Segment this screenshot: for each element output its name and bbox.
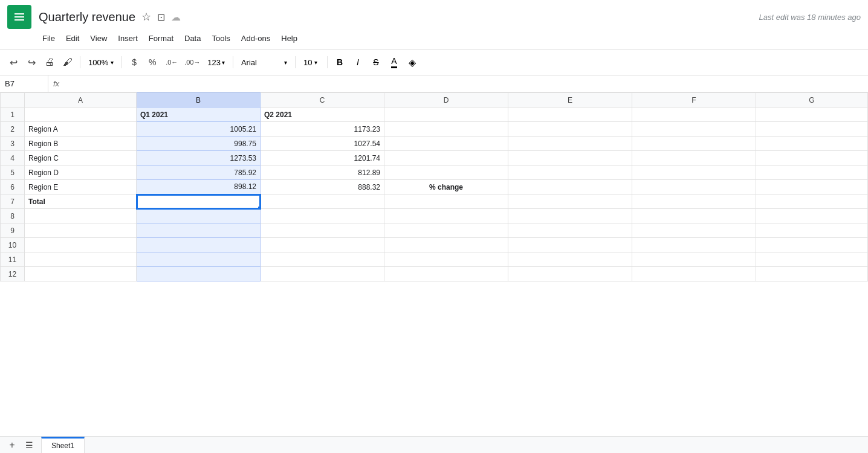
formula-input[interactable] xyxy=(64,79,868,88)
cell-D10[interactable] xyxy=(384,238,508,252)
cell-D4[interactable] xyxy=(384,151,508,165)
cell-A8[interactable] xyxy=(25,209,137,223)
cell-F5[interactable] xyxy=(632,165,756,180)
row-header-10[interactable]: 10 xyxy=(1,238,25,252)
document-title[interactable]: Quarterly revenue xyxy=(39,10,135,24)
cell-E10[interactable] xyxy=(508,238,632,252)
cell-C11[interactable] xyxy=(261,252,384,267)
cell-E9[interactable] xyxy=(508,223,632,238)
cell-A10[interactable] xyxy=(25,238,137,252)
cell-B6[interactable]: 898.12 xyxy=(137,180,261,194)
cell-C2[interactable]: 1173.23 xyxy=(261,122,384,137)
cell-B12[interactable] xyxy=(137,267,261,281)
cell-A4[interactable]: Region C xyxy=(25,151,137,165)
row-header-3[interactable]: 3 xyxy=(1,137,25,151)
menu-addons[interactable]: Add-ons xyxy=(236,31,275,45)
row-header-5[interactable]: 5 xyxy=(1,165,25,180)
row-header-6[interactable]: 6 xyxy=(1,180,25,194)
cell-D1[interactable] xyxy=(384,108,508,122)
col-header-A[interactable]: A xyxy=(25,93,137,108)
sheet-tab-sheet1[interactable]: Sheet1 xyxy=(41,437,85,453)
cell-E1[interactable] xyxy=(508,108,632,122)
cell-D8[interactable] xyxy=(384,209,508,223)
cell-G5[interactable] xyxy=(756,165,868,180)
menu-file[interactable]: File xyxy=(37,31,60,45)
text-color-button[interactable]: A xyxy=(386,54,403,71)
cell-G11[interactable] xyxy=(756,252,868,267)
menu-help[interactable]: Help xyxy=(276,31,302,45)
cell-B2[interactable]: 1005.21 xyxy=(137,122,261,137)
cell-E8[interactable] xyxy=(508,209,632,223)
cell-E7[interactable] xyxy=(508,194,632,209)
row-header-11[interactable]: 11 xyxy=(1,252,25,267)
cell-F12[interactable] xyxy=(632,267,756,281)
cell-A6[interactable]: Region E xyxy=(25,180,137,194)
row-header-8[interactable]: 8 xyxy=(1,209,25,223)
col-header-B[interactable]: B xyxy=(137,93,261,108)
cell-C6[interactable]: 888.32 xyxy=(261,180,384,194)
font-size-selector[interactable]: 10 ▾ xyxy=(299,56,323,69)
cell-F6[interactable] xyxy=(632,180,756,194)
cell-F4[interactable] xyxy=(632,151,756,165)
cell-B5[interactable]: 785.92 xyxy=(137,165,261,180)
cell-F11[interactable] xyxy=(632,252,756,267)
cell-B3[interactable]: 998.75 xyxy=(137,137,261,151)
cell-B9[interactable] xyxy=(137,223,261,238)
redo-button[interactable]: ↪ xyxy=(23,54,40,71)
cell-D5[interactable] xyxy=(384,165,508,180)
more-formats-selector[interactable]: 123 ▾ xyxy=(203,56,229,69)
row-header-9[interactable]: 9 xyxy=(1,223,25,238)
cell-E6[interactable] xyxy=(508,180,632,194)
bold-button[interactable]: B xyxy=(331,54,348,71)
cell-E11[interactable] xyxy=(508,252,632,267)
sheets-menu-button[interactable]: ☰ xyxy=(22,438,36,452)
cell-G6[interactable] xyxy=(756,180,868,194)
fill-color-button[interactable]: ◈ xyxy=(404,54,421,71)
cell-D3[interactable] xyxy=(384,137,508,151)
cell-A2[interactable]: Region A xyxy=(25,122,137,137)
cell-D11[interactable] xyxy=(384,252,508,267)
col-header-C[interactable]: C xyxy=(261,93,384,108)
row-header-7[interactable]: 7 xyxy=(1,194,25,209)
strikethrough-button[interactable]: S xyxy=(368,54,384,71)
row-header-4[interactable]: 4 xyxy=(1,151,25,165)
cell-D7[interactable] xyxy=(384,194,508,209)
row-header-12[interactable]: 12 xyxy=(1,267,25,281)
menu-edit[interactable]: Edit xyxy=(61,31,84,45)
cell-E2[interactable] xyxy=(508,122,632,137)
cell-C12[interactable] xyxy=(261,267,384,281)
cell-B4[interactable]: 1273.53 xyxy=(137,151,261,165)
cell-G7[interactable] xyxy=(756,194,868,209)
cell-reference[interactable]: B7 xyxy=(0,76,48,92)
cell-G3[interactable] xyxy=(756,137,868,151)
cell-B11[interactable] xyxy=(137,252,261,267)
cell-C5[interactable]: 812.89 xyxy=(261,165,384,180)
cell-E5[interactable] xyxy=(508,165,632,180)
cell-C3[interactable]: 1027.54 xyxy=(261,137,384,151)
cell-A5[interactable]: Region D xyxy=(25,165,137,180)
col-header-E[interactable]: E xyxy=(508,93,632,108)
cell-C8[interactable] xyxy=(261,209,384,223)
cell-C10[interactable] xyxy=(261,238,384,252)
row-header-2[interactable]: 2 xyxy=(1,122,25,137)
cell-D9[interactable] xyxy=(384,223,508,238)
cell-B1[interactable]: Q1 2021 xyxy=(137,108,261,122)
cell-F3[interactable] xyxy=(632,137,756,151)
menu-insert[interactable]: Insert xyxy=(113,31,143,45)
undo-button[interactable]: ↩ xyxy=(5,54,22,71)
cell-F2[interactable] xyxy=(632,122,756,137)
col-header-D[interactable]: D xyxy=(384,93,508,108)
cell-B8[interactable] xyxy=(137,209,261,223)
cell-F7[interactable] xyxy=(632,194,756,209)
row-header-1[interactable]: 1 xyxy=(1,108,25,122)
col-header-G[interactable]: G xyxy=(756,93,868,108)
cell-F9[interactable] xyxy=(632,223,756,238)
cell-A1[interactable] xyxy=(25,108,137,122)
cell-D6[interactable]: % change xyxy=(384,180,508,194)
cell-C9[interactable] xyxy=(261,223,384,238)
cell-G12[interactable] xyxy=(756,267,868,281)
cell-F8[interactable] xyxy=(632,209,756,223)
star-icon[interactable]: ☆ xyxy=(141,10,151,24)
add-sheet-button[interactable]: + xyxy=(5,438,19,452)
cell-A7[interactable]: Total xyxy=(25,194,137,209)
